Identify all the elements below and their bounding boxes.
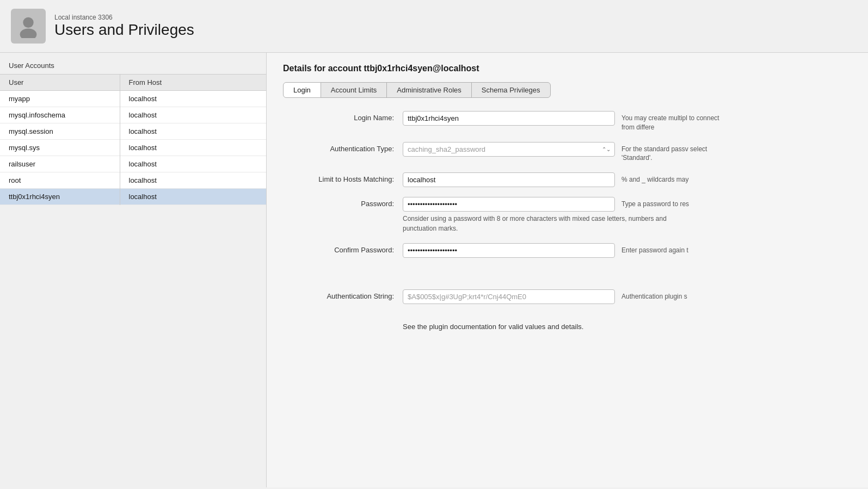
user-cell: root — [0, 172, 120, 189]
page-title: Users and Privileges — [54, 21, 194, 39]
auth-string-control: Authentication plugin s — [403, 289, 852, 304]
instance-label: Local instance 3306 — [54, 14, 194, 21]
login-name-row: Login Name: You may create multipl to co… — [283, 111, 852, 132]
password-input[interactable] — [403, 197, 615, 212]
limit-hosts-label: Limit to Hosts Matching: — [283, 172, 403, 183]
host-cell: localhost — [120, 140, 266, 156]
confirm-password-control: Enter password again t — [403, 243, 852, 258]
auth-type-select-wrapper: caching_sha2_password ⌃⌄ — [403, 142, 615, 157]
host-cell: localhost — [120, 123, 266, 140]
limit-hosts-input[interactable] — [403, 172, 615, 187]
auth-type-control: caching_sha2_password ⌃⌄ For the standar… — [403, 142, 852, 163]
table-row[interactable]: mysql.infoschemalocalhost — [0, 107, 266, 123]
column-header-user: User — [0, 75, 120, 91]
column-header-host: From Host — [120, 75, 266, 91]
password-hint: Type a password to res — [615, 197, 689, 209]
avatar — [11, 9, 46, 44]
user-accounts-label: User Accounts — [0, 59, 266, 74]
confirm-password-input[interactable] — [403, 243, 615, 258]
host-cell: localhost — [120, 156, 266, 172]
auth-type-label: Authentication Type: — [283, 142, 403, 153]
password-subhint: Consider using a password with 8 or more… — [403, 214, 675, 233]
limit-hosts-control: % and _ wildcards may — [403, 172, 852, 187]
confirm-password-hint: Enter password again t — [615, 243, 688, 255]
details-title: Details for account ttbj0x1rhci4syen@loc… — [283, 64, 852, 73]
table-header-row: User From Host — [0, 75, 266, 91]
password-row: Password: Type a password to res Conside… — [283, 197, 852, 233]
login-name-hint: You may create multipl to connect from d… — [615, 111, 724, 132]
confirm-password-row: Confirm Password: Enter password again t — [283, 243, 852, 258]
auth-type-hint: For the standard passv select 'Standard'… — [615, 142, 724, 163]
login-form: Login Name: You may create multipl to co… — [283, 111, 852, 331]
user-cell: myapp — [0, 91, 120, 107]
right-panel: Details for account ttbj0x1rhci4syen@loc… — [267, 53, 868, 487]
user-cell: ttbj0x1rhci4syen — [0, 189, 120, 205]
user-cell: mysql.session — [0, 123, 120, 140]
header: Local instance 3306 Users and Privileges — [0, 0, 868, 53]
user-cell: mysql.sys — [0, 140, 120, 156]
password-label: Password: — [283, 197, 403, 208]
table-row[interactable]: ttbj0x1rhci4syenlocalhost — [0, 189, 266, 205]
user-accounts-table: User From Host myapplocalhostmysql.infos… — [0, 74, 266, 205]
svg-point-1 — [20, 28, 37, 38]
user-avatar-icon — [16, 14, 40, 38]
svg-point-0 — [23, 17, 33, 28]
login-name-input[interactable] — [403, 111, 615, 126]
host-cell: localhost — [120, 107, 266, 123]
table-row[interactable]: myapplocalhost — [0, 91, 266, 107]
table-row[interactable]: mysql.syslocalhost — [0, 140, 266, 156]
login-name-control: You may create multipl to connect from d… — [403, 111, 852, 132]
auth-string-input[interactable] — [403, 289, 615, 304]
header-text: Local instance 3306 Users and Privileges — [54, 14, 194, 39]
auth-string-label: Authentication String: — [283, 289, 403, 300]
limit-hosts-hint: % and _ wildcards may — [615, 172, 688, 184]
tab-account-limits[interactable]: Account Limits — [321, 82, 387, 98]
auth-string-hint: Authentication plugin s — [615, 289, 687, 301]
table-row[interactable]: railsuserlocalhost — [0, 156, 266, 172]
table-row[interactable]: rootlocalhost — [0, 172, 266, 189]
auth-type-select[interactable]: caching_sha2_password — [403, 142, 615, 157]
password-control: Type a password to res Consider using a … — [403, 197, 852, 233]
user-cell: railsuser — [0, 156, 120, 172]
left-panel: User Accounts User From Host myapplocalh… — [0, 53, 267, 487]
host-cell: localhost — [120, 91, 266, 107]
tab-bar: Login Account Limits Administrative Role… — [283, 82, 852, 98]
table-row[interactable]: mysql.sessionlocalhost — [0, 123, 266, 140]
tab-administrative-roles[interactable]: Administrative Roles — [386, 82, 472, 98]
main-layout: User Accounts User From Host myapplocalh… — [0, 53, 868, 487]
bottom-hint: See the plugin documentation for valid v… — [403, 323, 852, 331]
confirm-password-label: Confirm Password: — [283, 243, 403, 254]
tab-schema-privileges[interactable]: Schema Privileges — [471, 82, 551, 98]
user-cell: mysql.infoschema — [0, 107, 120, 123]
login-name-label: Login Name: — [283, 111, 403, 122]
auth-type-row: Authentication Type: caching_sha2_passwo… — [283, 142, 852, 163]
tab-login[interactable]: Login — [283, 82, 321, 98]
host-cell: localhost — [120, 189, 266, 205]
auth-string-row: Authentication String: Authentication pl… — [283, 289, 852, 304]
limit-hosts-row: Limit to Hosts Matching: % and _ wildcar… — [283, 172, 852, 187]
host-cell: localhost — [120, 172, 266, 189]
